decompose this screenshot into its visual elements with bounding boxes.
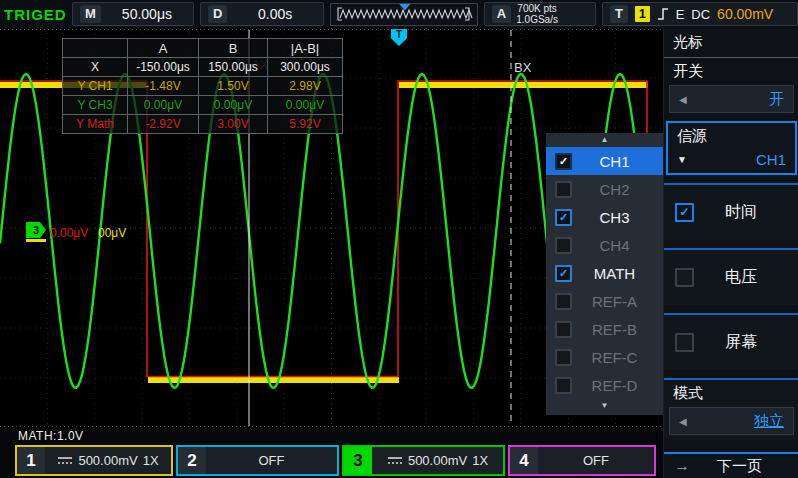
table-header-row: A B |A-B|: [63, 39, 343, 58]
table-row: X -150.00μs 150.00μs 300.00μs: [63, 58, 343, 77]
checkbox-checked-icon[interactable]: ✓: [555, 153, 572, 170]
scroll-up-icon[interactable]: ▲: [546, 133, 663, 147]
dropdown-item-ref-c[interactable]: REF-C: [546, 343, 663, 371]
table-row: Y CH1 -1.48V 1.50V 2.98V: [63, 77, 343, 96]
value-b: 0.00μV: [199, 96, 268, 115]
top-status-bar: TRIGED M 50.00μs D 0.00s A 700K pts 1.0G…: [0, 0, 798, 28]
dropdown-item-ref-b[interactable]: REF-B: [546, 315, 663, 343]
mode-section[interactable]: 模式 ◀ 独立: [664, 378, 798, 439]
trigger-readout[interactable]: T 1 E DC 60.00mV: [602, 2, 798, 26]
value-ab: 300.00μs: [268, 58, 343, 77]
table-header-b: B: [199, 39, 268, 58]
acquire-badge: A: [492, 5, 511, 23]
channel-2-box[interactable]: 2 OFF: [176, 445, 339, 476]
timebase-readout[interactable]: M 50.00μs: [72, 2, 194, 26]
value-ab: 5.92V: [268, 115, 343, 134]
checkbox-unchecked-icon[interactable]: [555, 181, 572, 198]
channel-1-scale: 500.00mV: [78, 453, 137, 468]
left-triangle-icon[interactable]: ◀: [679, 416, 687, 427]
source-dropdown: ▲ ✓ CH1 CH2 ✓ CH3 CH4 ✓ MATH: [546, 133, 663, 415]
acquire-readout[interactable]: A 700K pts 1.0GSa/s: [484, 2, 596, 26]
value-a: -150.00μs: [128, 58, 199, 77]
dc-coupling-icon: [387, 456, 403, 465]
trigger-badge: T: [610, 5, 628, 23]
voltage-cursor-option[interactable]: 电压: [664, 248, 798, 305]
source-section-selected[interactable]: 信源 ▼ CH1: [666, 121, 797, 175]
channel-3-box[interactable]: 3 500.00mV 1X: [342, 445, 505, 476]
dropdown-item-math[interactable]: ✓ MATH: [546, 259, 663, 287]
checkbox-unchecked-icon[interactable]: [555, 377, 572, 394]
acquire-points: 700K pts: [517, 3, 556, 14]
checkbox-unchecked-icon[interactable]: [555, 293, 572, 310]
scroll-down-icon[interactable]: ▼: [546, 399, 663, 413]
rising-edge-icon: [657, 7, 669, 21]
checkbox-unchecked-icon[interactable]: [675, 268, 694, 287]
trigger-source-chip: 1: [635, 6, 650, 22]
checkbox-unchecked-icon[interactable]: [555, 349, 572, 366]
row-label: Y CH3: [63, 96, 128, 115]
ch1-level-readout: 00μV: [98, 226, 126, 240]
waveform-preview[interactable]: [330, 3, 478, 26]
table-header-a: A: [128, 39, 199, 58]
voltage-cursor-label: 电压: [694, 267, 788, 288]
left-triangle-icon[interactable]: ◀: [679, 94, 687, 105]
dropdown-item-ch1[interactable]: ✓ CH1: [546, 147, 663, 175]
delay-badge: D: [208, 5, 227, 23]
channel-4-number: 4: [510, 447, 538, 474]
channel-4-box[interactable]: 4 OFF: [508, 445, 656, 476]
row-label: X: [63, 58, 128, 77]
right-arrow-icon: →: [674, 458, 690, 474]
row-label: Y Math: [63, 115, 128, 134]
checkbox-checked-icon[interactable]: ✓: [555, 265, 572, 282]
delay-value: 0.00s: [234, 6, 316, 22]
trigger-level: 60.00mV: [717, 6, 773, 22]
screen-cursor-option[interactable]: 屏幕: [664, 313, 798, 370]
checkbox-checked-icon[interactable]: ✓: [675, 203, 694, 222]
value-a: -2.92V: [128, 115, 199, 134]
source-value: CH1: [756, 151, 786, 168]
delay-readout[interactable]: D 0.00s: [200, 2, 324, 26]
channel-3-scale: 500.00mV: [408, 453, 467, 468]
checkbox-unchecked-icon[interactable]: [555, 237, 572, 254]
checkbox-checked-icon[interactable]: ✓: [555, 209, 572, 226]
next-page-button[interactable]: → 下一页: [664, 452, 798, 478]
waveform-display: T AX BX 3 0.00μV 00μV A B |A-B| X -150.0…: [0, 28, 663, 428]
value-b: 3.00V: [199, 115, 268, 134]
acquire-rate: 1.0GSa/s: [516, 14, 558, 25]
math-scale-label: MATH:1.0V: [18, 429, 84, 443]
time-cursor-option[interactable]: ✓ 时间: [664, 183, 798, 240]
dropdown-item-ref-a[interactable]: REF-A: [546, 287, 663, 315]
value-ab: 2.98V: [268, 77, 343, 96]
table-header-blank: [63, 39, 128, 58]
menu-title: 光标: [664, 28, 798, 58]
time-cursor-label: 时间: [694, 202, 788, 223]
table-row: Y CH3 0.00μV 0.00μV 0.00μV: [63, 96, 343, 115]
dropdown-item-ch4[interactable]: CH4: [546, 231, 663, 259]
channel1-position-marker[interactable]: [26, 239, 46, 242]
channel-1-probe: 1X: [143, 453, 159, 468]
dropdown-item-ch2[interactable]: CH2: [546, 175, 663, 203]
dropdown-triangle-icon[interactable]: ▼: [677, 154, 687, 165]
switch-section[interactable]: 开关 ◀ 开: [664, 58, 798, 113]
dropdown-item-ref-d[interactable]: REF-D: [546, 371, 663, 399]
timebase-badge: M: [80, 5, 101, 23]
value-b: 1.50V: [199, 77, 268, 96]
value-a: 0.00μV: [128, 96, 199, 115]
checkbox-unchecked-icon[interactable]: [555, 321, 572, 338]
switch-value: 开: [769, 90, 784, 109]
checkbox-unchecked-icon[interactable]: [675, 333, 694, 352]
dropdown-item-ch3[interactable]: ✓ CH3: [546, 203, 663, 231]
table-row: Y Math -2.92V 3.00V 5.92V: [63, 115, 343, 134]
dc-coupling-icon: [57, 456, 73, 465]
value-ab: 0.00μV: [268, 96, 343, 115]
math-level-readout: 0.00μV: [50, 226, 88, 240]
timebase-value: 50.00μs: [108, 6, 186, 22]
mode-label: 模式: [664, 380, 798, 405]
channel-3-probe: 1X: [472, 453, 488, 468]
channel-status-bar: 1 500.00mV 1X 2 OFF 3: [0, 443, 663, 478]
oscilloscope-screen: TRIGED M 50.00μs D 0.00s A 700K pts 1.0G…: [0, 0, 798, 478]
channel-1-number: 1: [17, 447, 45, 474]
row-label: Y CH1: [63, 77, 128, 96]
trigger-type: E: [676, 7, 685, 22]
channel-1-box[interactable]: 1 500.00mV 1X: [15, 445, 173, 476]
